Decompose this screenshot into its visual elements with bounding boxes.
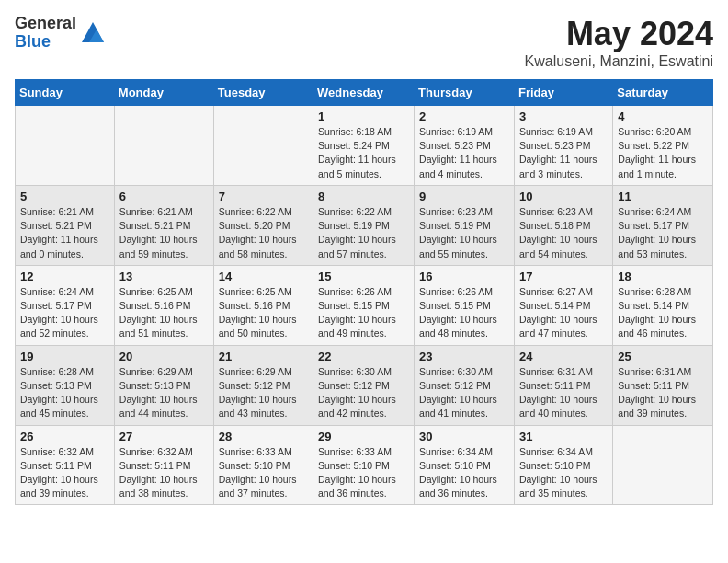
day-cell: 1Sunrise: 6:18 AM Sunset: 5:24 PM Daylig… bbox=[313, 106, 415, 186]
day-info: Sunrise: 6:33 AM Sunset: 5:10 PM Dayligh… bbox=[219, 445, 308, 501]
day-cell: 20Sunrise: 6:29 AM Sunset: 5:13 PM Dayli… bbox=[114, 345, 213, 425]
day-info: Sunrise: 6:23 AM Sunset: 5:19 PM Dayligh… bbox=[419, 205, 509, 261]
day-cell bbox=[213, 106, 313, 186]
calendar: SundayMondayTuesdayWednesdayThursdayFrid… bbox=[15, 79, 713, 505]
header-row: SundayMondayTuesdayWednesdayThursdayFrid… bbox=[16, 80, 713, 106]
day-number: 11 bbox=[618, 190, 708, 203]
day-info: Sunrise: 6:22 AM Sunset: 5:20 PM Dayligh… bbox=[219, 205, 308, 261]
day-cell: 26Sunrise: 6:32 AM Sunset: 5:11 PM Dayli… bbox=[16, 425, 115, 505]
day-cell: 12Sunrise: 6:24 AM Sunset: 5:17 PM Dayli… bbox=[16, 265, 115, 345]
header-cell-tuesday: Tuesday bbox=[213, 80, 313, 106]
day-number: 14 bbox=[219, 270, 308, 283]
day-info: Sunrise: 6:23 AM Sunset: 5:18 PM Dayligh… bbox=[519, 205, 608, 261]
day-number: 30 bbox=[419, 430, 509, 443]
day-cell: 7Sunrise: 6:22 AM Sunset: 5:20 PM Daylig… bbox=[213, 185, 313, 265]
day-number: 5 bbox=[20, 190, 109, 203]
day-number: 12 bbox=[20, 270, 109, 283]
day-number: 4 bbox=[618, 109, 708, 123]
month-year: May 2024 bbox=[525, 15, 713, 53]
day-cell: 15Sunrise: 6:26 AM Sunset: 5:15 PM Dayli… bbox=[313, 265, 415, 345]
day-cell: 5Sunrise: 6:21 AM Sunset: 5:21 PM Daylig… bbox=[16, 185, 115, 265]
header-cell-wednesday: Wednesday bbox=[313, 80, 415, 106]
day-cell: 4Sunrise: 6:20 AM Sunset: 5:22 PM Daylig… bbox=[613, 106, 713, 186]
day-info: Sunrise: 6:22 AM Sunset: 5:19 PM Dayligh… bbox=[318, 205, 409, 261]
day-number: 1 bbox=[318, 109, 409, 123]
day-cell bbox=[114, 106, 213, 186]
logo: General Blue bbox=[15, 15, 106, 52]
day-number: 10 bbox=[519, 190, 608, 203]
day-cell: 31Sunrise: 6:34 AM Sunset: 5:10 PM Dayli… bbox=[514, 425, 612, 505]
day-number: 22 bbox=[318, 350, 409, 363]
week-row-0: 1Sunrise: 6:18 AM Sunset: 5:24 PM Daylig… bbox=[16, 106, 713, 186]
day-info: Sunrise: 6:28 AM Sunset: 5:13 PM Dayligh… bbox=[20, 365, 109, 421]
day-number: 8 bbox=[318, 190, 409, 203]
day-info: Sunrise: 6:18 AM Sunset: 5:24 PM Dayligh… bbox=[318, 125, 409, 181]
day-number: 19 bbox=[20, 350, 109, 363]
day-number: 27 bbox=[119, 430, 209, 443]
day-number: 23 bbox=[419, 350, 509, 363]
day-cell: 8Sunrise: 6:22 AM Sunset: 5:19 PM Daylig… bbox=[313, 185, 415, 265]
day-info: Sunrise: 6:20 AM Sunset: 5:22 PM Dayligh… bbox=[618, 125, 708, 181]
header-cell-thursday: Thursday bbox=[415, 80, 515, 106]
day-info: Sunrise: 6:30 AM Sunset: 5:12 PM Dayligh… bbox=[419, 365, 509, 421]
day-cell: 22Sunrise: 6:30 AM Sunset: 5:12 PM Dayli… bbox=[313, 345, 415, 425]
day-info: Sunrise: 6:32 AM Sunset: 5:11 PM Dayligh… bbox=[119, 445, 209, 501]
day-number: 25 bbox=[618, 350, 708, 363]
week-row-3: 19Sunrise: 6:28 AM Sunset: 5:13 PM Dayli… bbox=[16, 345, 713, 425]
day-cell: 16Sunrise: 6:26 AM Sunset: 5:15 PM Dayli… bbox=[415, 265, 515, 345]
day-info: Sunrise: 6:19 AM Sunset: 5:23 PM Dayligh… bbox=[419, 125, 509, 181]
day-number: 21 bbox=[219, 350, 308, 363]
day-number: 16 bbox=[419, 270, 509, 283]
day-info: Sunrise: 6:26 AM Sunset: 5:15 PM Dayligh… bbox=[419, 285, 509, 341]
day-number: 17 bbox=[519, 270, 608, 283]
day-info: Sunrise: 6:34 AM Sunset: 5:10 PM Dayligh… bbox=[519, 445, 608, 501]
day-cell: 29Sunrise: 6:33 AM Sunset: 5:10 PM Dayli… bbox=[313, 425, 415, 505]
location: Kwaluseni, Manzini, Eswatini bbox=[525, 53, 713, 70]
day-info: Sunrise: 6:25 AM Sunset: 5:16 PM Dayligh… bbox=[219, 285, 308, 341]
day-info: Sunrise: 6:29 AM Sunset: 5:12 PM Dayligh… bbox=[219, 365, 308, 421]
day-info: Sunrise: 6:29 AM Sunset: 5:13 PM Dayligh… bbox=[119, 365, 209, 421]
day-info: Sunrise: 6:31 AM Sunset: 5:11 PM Dayligh… bbox=[618, 365, 708, 421]
day-number: 24 bbox=[519, 350, 608, 363]
day-cell: 14Sunrise: 6:25 AM Sunset: 5:16 PM Dayli… bbox=[213, 265, 313, 345]
calendar-header: SundayMondayTuesdayWednesdayThursdayFrid… bbox=[16, 80, 713, 106]
logo-text: General Blue bbox=[15, 15, 76, 52]
day-info: Sunrise: 6:25 AM Sunset: 5:16 PM Dayligh… bbox=[119, 285, 209, 341]
day-cell: 30Sunrise: 6:34 AM Sunset: 5:10 PM Dayli… bbox=[415, 425, 515, 505]
day-info: Sunrise: 6:34 AM Sunset: 5:10 PM Dayligh… bbox=[419, 445, 509, 501]
day-info: Sunrise: 6:27 AM Sunset: 5:14 PM Dayligh… bbox=[519, 285, 608, 341]
day-cell: 19Sunrise: 6:28 AM Sunset: 5:13 PM Dayli… bbox=[16, 345, 115, 425]
day-cell bbox=[613, 425, 713, 505]
day-cell: 2Sunrise: 6:19 AM Sunset: 5:23 PM Daylig… bbox=[415, 106, 515, 186]
header-cell-monday: Monday bbox=[114, 80, 213, 106]
calendar-body: 1Sunrise: 6:18 AM Sunset: 5:24 PM Daylig… bbox=[16, 106, 713, 505]
week-row-4: 26Sunrise: 6:32 AM Sunset: 5:11 PM Dayli… bbox=[16, 425, 713, 505]
day-number: 31 bbox=[519, 430, 608, 443]
day-cell: 23Sunrise: 6:30 AM Sunset: 5:12 PM Dayli… bbox=[415, 345, 515, 425]
day-cell: 3Sunrise: 6:19 AM Sunset: 5:23 PM Daylig… bbox=[514, 106, 612, 186]
day-info: Sunrise: 6:31 AM Sunset: 5:11 PM Dayligh… bbox=[519, 365, 608, 421]
day-info: Sunrise: 6:26 AM Sunset: 5:15 PM Dayligh… bbox=[318, 285, 409, 341]
header-cell-friday: Friday bbox=[514, 80, 612, 106]
day-cell: 13Sunrise: 6:25 AM Sunset: 5:16 PM Dayli… bbox=[114, 265, 213, 345]
day-info: Sunrise: 6:21 AM Sunset: 5:21 PM Dayligh… bbox=[20, 205, 109, 261]
day-number: 9 bbox=[419, 190, 509, 203]
day-cell: 17Sunrise: 6:27 AM Sunset: 5:14 PM Dayli… bbox=[514, 265, 612, 345]
logo-blue: Blue bbox=[15, 33, 76, 52]
day-cell: 9Sunrise: 6:23 AM Sunset: 5:19 PM Daylig… bbox=[415, 185, 515, 265]
title-section: May 2024 Kwaluseni, Manzini, Eswatini bbox=[525, 15, 713, 70]
day-info: Sunrise: 6:24 AM Sunset: 5:17 PM Dayligh… bbox=[20, 285, 109, 341]
day-number: 7 bbox=[219, 190, 308, 203]
day-info: Sunrise: 6:30 AM Sunset: 5:12 PM Dayligh… bbox=[318, 365, 409, 421]
day-info: Sunrise: 6:21 AM Sunset: 5:21 PM Dayligh… bbox=[119, 205, 209, 261]
day-number: 3 bbox=[519, 109, 608, 123]
day-cell: 27Sunrise: 6:32 AM Sunset: 5:11 PM Dayli… bbox=[114, 425, 213, 505]
day-info: Sunrise: 6:28 AM Sunset: 5:14 PM Dayligh… bbox=[618, 285, 708, 341]
day-number: 26 bbox=[20, 430, 109, 443]
day-number: 29 bbox=[318, 430, 409, 443]
day-cell: 18Sunrise: 6:28 AM Sunset: 5:14 PM Dayli… bbox=[613, 265, 713, 345]
week-row-1: 5Sunrise: 6:21 AM Sunset: 5:21 PM Daylig… bbox=[16, 185, 713, 265]
logo-icon bbox=[80, 20, 106, 46]
day-cell: 24Sunrise: 6:31 AM Sunset: 5:11 PM Dayli… bbox=[514, 345, 612, 425]
day-cell: 6Sunrise: 6:21 AM Sunset: 5:21 PM Daylig… bbox=[114, 185, 213, 265]
